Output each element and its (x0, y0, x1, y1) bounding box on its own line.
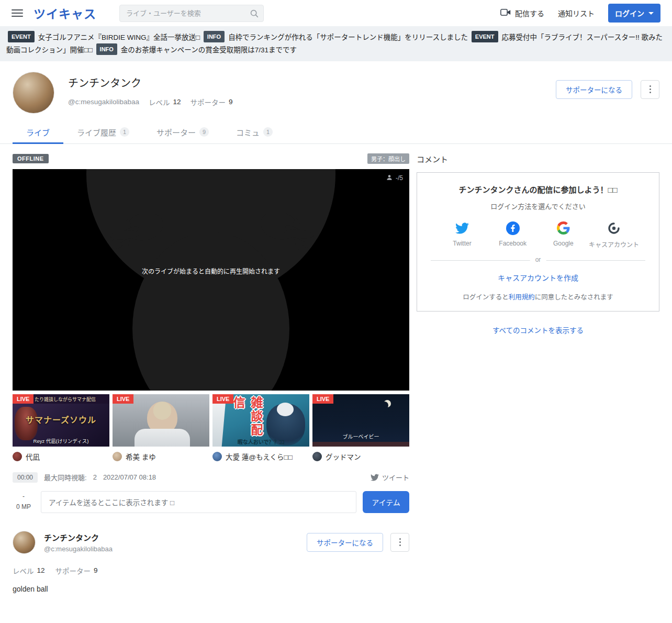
stream-badges-row: OFFLINE 男子：顔出し (13, 153, 409, 164)
user-name: 代凪 (26, 451, 40, 462)
search-icon[interactable] (250, 9, 259, 20)
join-title: チンチンタンクさんの配信に参加しよう！□□ (427, 184, 649, 195)
hamburger-icon (12, 9, 23, 10)
search-input[interactable] (119, 5, 264, 22)
more-menu-button[interactable] (641, 80, 659, 99)
thumbnail-caption: 暇な人おいで？？ｺｺ (238, 438, 285, 446)
category-badge: 男子：顔出し (367, 153, 409, 164)
profile-header: チンチンタンク @c:mesugakilolibabaa レベル 12 サポータ… (0, 61, 672, 114)
live-badge: LIVE (212, 394, 233, 404)
tab-label: コミュ (236, 127, 260, 138)
level-label: レベル (13, 565, 34, 576)
player-message: 次のライブが始まると自動的に再生開始されます (13, 266, 409, 275)
google-login-button[interactable]: Google (538, 221, 588, 249)
hamburger-menu-button[interactable] (12, 9, 23, 17)
user-handle: @c:mesugakilolibabaa (44, 545, 113, 553)
site-logo[interactable]: ツイキャス (33, 4, 96, 22)
announcement-text: 自枠でランキングが作れる「サポータートレンド機能」をリリースしました (228, 34, 468, 41)
thumbnail-overlay-strip (312, 442, 409, 447)
top-navbar: ツイキャス 配信する 通知リスト ログイン (0, 0, 672, 26)
comments-title: コメント (417, 153, 659, 164)
related-live-thumbnail[interactable]: LIVE (113, 394, 209, 447)
become-supporter-button[interactable]: サポーターになる (307, 533, 383, 552)
user-avatar (312, 452, 322, 461)
become-supporter-button[interactable]: サポーターになる (556, 80, 632, 99)
thumbnail-title: サマナーズソウル (13, 413, 109, 426)
twitter-login-button[interactable]: Twitter (437, 221, 487, 249)
provider-label: Twitter (453, 240, 471, 247)
event-badge: EVENT (8, 31, 35, 42)
search-box (119, 5, 264, 22)
profile-actions: サポーターになる (556, 80, 659, 99)
event-badge: EVENT (472, 31, 498, 42)
avatar[interactable] (13, 72, 54, 114)
mascot-silhouette (13, 169, 409, 391)
tab-count-badge: 1 (263, 127, 273, 137)
join-subtitle: ログイン方法を選んでください (427, 201, 649, 211)
info-badge: INFO (96, 43, 117, 55)
google-icon (556, 221, 570, 235)
related-live-users: 代凪 希美 まゆ 大愛 蓮@もえくら□□ グッドマン (13, 451, 409, 462)
related-live-thumbnail[interactable]: LIVE ブルーベイビー (312, 394, 409, 447)
terms-prefix: ログインすると (463, 294, 509, 301)
related-lives: LIVE たり雑談しながらサマナ配信 サマナーズソウル Reyz 代凪(けリンデ… (13, 394, 409, 447)
tab-label: サポーター (156, 127, 196, 138)
notifications-link[interactable]: 通知リスト (558, 8, 595, 18)
announcement-text: 女子ゴルフアニメ『BIRDIE WING』全話一挙放送□ (38, 34, 200, 41)
profile-tabs: ライブ ライブ履歴 1 サポーター 9 コミュ 1 (0, 121, 672, 144)
live-badge: LIVE (113, 394, 133, 404)
more-menu-button[interactable] (390, 533, 409, 552)
related-user-link[interactable]: 希美 まゆ (113, 451, 209, 462)
terms-note: ログインすると利用規約に同意したとみなされます (427, 292, 649, 302)
stream-column: OFFLINE 男子：顔出し (13, 153, 409, 593)
live-badge: LIVE (312, 394, 333, 404)
facebook-login-button[interactable]: Facebook (488, 221, 538, 249)
cas-account-icon (607, 221, 621, 235)
profile-footer-actions: サポーターになる (307, 533, 409, 552)
tab-live[interactable]: ライブ (13, 121, 63, 143)
tweet-button[interactable]: ツイート (371, 472, 409, 482)
tab-supporters[interactable]: サポーター 9 (143, 121, 222, 143)
viewer-count: -/5 (386, 174, 403, 183)
create-account-link[interactable]: キャスアカウントを作成 (498, 272, 578, 283)
profile-footer-info: チンチンタンク @c:mesugakilolibabaa (44, 532, 113, 553)
profile-info: チンチンタンク @c:mesugakilolibabaa レベル 12 サポータ… (68, 72, 242, 107)
tab-live-history[interactable]: ライブ履歴 1 (63, 121, 143, 143)
announcement-item[interactable]: INFO自枠でランキングが作れる「サポータートレンド機能」をリリースしました (202, 34, 468, 41)
related-user-link[interactable]: 代凪 (13, 451, 109, 462)
broadcast-button[interactable]: 配信する (500, 8, 544, 18)
max-viewers-value: 2 (93, 473, 97, 481)
related-user-link[interactable]: グッドマン (312, 451, 409, 462)
dots-vertical-icon (399, 538, 401, 540)
related-live-thumbnail[interactable]: LIVE たり雑談しながらサマナ配信 サマナーズソウル Reyz 代凪(けリンデ… (13, 394, 109, 447)
announcement-item[interactable]: EVENT女子ゴルフアニメ『BIRDIE WING』全話一挙放送□ (6, 34, 200, 41)
login-button[interactable]: ログイン (608, 4, 660, 23)
level-label: レベル (149, 97, 170, 107)
terms-link[interactable]: 利用規約 (509, 294, 535, 301)
comments-column: コメント チンチンタンクさんの配信に参加しよう！□□ ログイン方法を選んでくださ… (417, 153, 659, 593)
profile-meta: @c:mesugakilolibabaa レベル 12 サポーター 9 (68, 97, 242, 107)
video-player[interactable]: -/5 次のライブが始まると自動的に再生開始されます (13, 169, 409, 391)
camera-icon (500, 8, 511, 18)
level-value: 12 (37, 566, 45, 574)
tab-label: ライブ履歴 (77, 127, 116, 138)
send-item-button[interactable]: アイテム (363, 491, 409, 513)
or-label: or (530, 256, 546, 263)
show-all-comments-link[interactable]: すべてのコメントを表示する (417, 325, 659, 335)
related-user-link[interactable]: 大愛 蓮@もえくら□□ (212, 451, 309, 462)
level-value: 12 (173, 98, 181, 106)
cas-account-login-button[interactable]: キャスアカウント (589, 221, 639, 249)
offline-status-badge: OFFLINE (13, 154, 49, 163)
facebook-icon (506, 221, 520, 235)
tab-community[interactable]: コミュ 1 (222, 121, 286, 143)
supporters-label: サポーター (191, 97, 226, 107)
avatar[interactable] (13, 531, 36, 554)
terms-suffix: に同意したとみなされます (535, 294, 613, 301)
related-live-thumbnail[interactable]: LIVE 雑談配信 暇な人おいで？？ｺｺ (212, 394, 309, 447)
stream-stats-row: 00:00 最大同時視聴: 2 2022/07/07 08:18 ツイート (13, 472, 409, 483)
user-avatar (113, 452, 122, 461)
announcement-item[interactable]: INFO金のお茶爆キャンペーンの賞金受取期限は7/31までです (95, 46, 297, 54)
user-avatar (212, 452, 222, 461)
max-viewers-label: 最大同時視聴: (44, 472, 87, 482)
dots-vertical-icon (649, 85, 651, 87)
